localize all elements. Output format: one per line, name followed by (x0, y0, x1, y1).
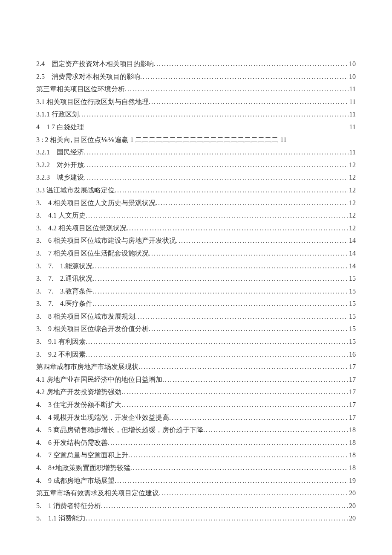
toc-entry-text: 3.2.1 国民经济 (36, 146, 84, 159)
toc-leader-dots (127, 222, 348, 235)
toc-entry: 2.4 固定资产投资对本相关项目的影响 10 (36, 58, 356, 70)
toc-leader-dots (162, 373, 348, 386)
toc-entry: 4.2 房地产开发投资增势强劲 17 (36, 386, 356, 398)
toc-leader-dots (92, 285, 348, 298)
toc-page-number: 17 (348, 386, 356, 398)
toc-entry-text: 3. 7. 1.能源状况 (36, 260, 92, 273)
toc-entry-text: 3.3 温江城市发展战略定位 (36, 184, 115, 197)
toc-entry: 3. 6 相关项目区位城市建设与房地产开发状况 14 (36, 234, 356, 247)
toc-entry: 5. 1.1 消费能力 20 (36, 512, 356, 525)
toc-entry: 3. 4 相关项目区位人文历史与景观状况 12 (36, 197, 356, 209)
toc-leader-dots (169, 411, 348, 424)
toc-entry: 3 : 2 相关向, 目区位点⅙⅙遍赢 1 二二二二二二二二二二二二二二二二二二… (36, 134, 356, 146)
toc-page-number: 12 (348, 184, 356, 197)
toc-entry-text: 3. 9 相关项目区位综合开发价值分析 (36, 323, 149, 335)
toc-entry: 4. 3 住宅开发份额不断扩大 17 (36, 398, 356, 411)
toc-page-number: 15 (348, 310, 356, 323)
toc-entry-text: 2.5 消费需求对本相关项目的影响 (36, 70, 140, 83)
toc-leader-dots (115, 474, 348, 487)
toc-entry: 3. 7. 2.通讯状况 15 (36, 272, 356, 285)
toc-entry-text: 4. 7 空置总量与空置面积上升 (36, 449, 128, 462)
toc-entry-text: 3.2.3 城乡建设 (36, 171, 84, 184)
toc-entry-text: 2.4 固定资产投资对本相关项目的影响 (36, 58, 154, 70)
toc-page-number: 12 (348, 209, 356, 222)
toc-page-number: 18 (348, 449, 356, 462)
toc-entry-text: 第四章成都市房地产市场发展现状 (36, 360, 138, 373)
toc-leader-dots (130, 462, 348, 474)
toc-entry-text: 3. 7. 4.医疗条件 (36, 297, 92, 310)
toc-entry: 第三章相关项目区位环境分析 11 (36, 83, 356, 96)
toc-page-number: 11 (349, 146, 356, 159)
toc-leader-dots (156, 197, 348, 209)
toc-page-number: 10 (348, 70, 356, 83)
toc-page-number: 15 (348, 297, 356, 310)
toc-page-number: 18 (348, 436, 356, 449)
toc-entry: 2.5 消费需求对本相关项目的影响 10 (36, 70, 356, 83)
toc-entry: 3. 8 相关项目区位城市发展规划 15 (36, 310, 356, 323)
toc-entry: 4 1 7 白袋处理11 (36, 121, 356, 134)
toc-entry: 5. 1 消费者特征分析 20 (36, 500, 356, 512)
toc-entry: 3.2.2 对外开放 12 (36, 159, 356, 171)
toc-page-number: 17 (348, 398, 356, 411)
toc-entry: 4. 5 商品房销售稳步增长，但增长趋缓，房价趋于下降 18 (36, 424, 356, 436)
toc-leader-dots (125, 83, 349, 96)
toc-leader-dots (149, 96, 349, 108)
toc-entry-text: 3. 9.2 不利因素 (36, 348, 86, 361)
toc-entry-text: 3. 7. 3.教育条件 (36, 285, 92, 298)
toc-entry: 3.2.3 城乡建设 12 (36, 171, 356, 184)
toc-entry: 3. 7. 1.能源状况 14 (36, 260, 356, 273)
toc-leader-dots (135, 310, 348, 323)
toc-leader-dots (128, 449, 348, 462)
toc-page-number: 15 (348, 272, 356, 285)
toc-entry: 3.2.1 国民经济 11 (36, 146, 356, 159)
toc-page-number: 11 (349, 83, 356, 96)
toc-page-number: 12 (348, 222, 356, 235)
toc-page-number: 14 (348, 247, 356, 260)
toc-page-number: 20 (348, 487, 356, 500)
toc-leader-dots (79, 108, 349, 121)
toc-page-number: 17 (348, 411, 356, 424)
toc-page-number: 15 (348, 335, 356, 348)
toc-entry: 3. 4.1 人文历史 12 (36, 209, 356, 222)
toc-leader-dots (108, 436, 348, 449)
toc-leader-dots (115, 184, 348, 197)
toc-entry-text: 第三章相关项目区位环境分析 (36, 83, 125, 96)
toc-page-number: 20 (348, 500, 356, 512)
toc-entry-text: 3.1 相关项目区位行政区划与自然地理 (36, 96, 149, 108)
toc-entry-text: 3. 4.2 相关项目区位景观状况 (36, 222, 127, 235)
toc-entry-text: 第五章市场有效需求及相关项目定位建议 (36, 487, 159, 500)
toc-page-number: 11 (349, 108, 356, 121)
toc-entry: 第四章成都市房地产市场发展现状 17 (36, 360, 356, 373)
toc-leader-dots (149, 247, 348, 260)
toc-entry: 4.1 房地产业在国民经济中的地位日益增加 17 (36, 373, 356, 386)
toc-entry-text: 4.1 房地产业在国民经济中的地位日益增加 (36, 373, 162, 386)
toc-leader-dots (86, 512, 348, 525)
toc-page-number: 17 (348, 360, 356, 373)
toc-page-number: 14 (348, 260, 356, 273)
toc-entry: 4. 6 开发结构仍需改善 18 (36, 436, 356, 449)
toc-leader-dots (92, 260, 348, 273)
toc-leader-dots (92, 272, 348, 285)
toc-entry-text: 4. 8±地政策购置面积增势较猛 (36, 462, 130, 474)
toc-leader-dots (86, 209, 348, 222)
toc-entry-text: 3.1.1 行政区划 (36, 108, 79, 121)
toc-entry: 3. 9.2 不利因素 16 (36, 348, 356, 361)
toc-page-number: 18 (348, 462, 356, 474)
toc-page-number: 20 (348, 512, 356, 525)
toc-page-number: 14 (348, 234, 356, 247)
toc-entry-text: 4 1 7 白袋处理 (36, 121, 84, 134)
toc-entry: 3. 9.1 有利因素 15 (36, 335, 356, 348)
toc-leader-dots (149, 323, 348, 335)
toc-entry: 3.1.1 行政区划 11 (36, 108, 356, 121)
toc-entry: 3. 9 相关项目区位综合开发价值分析 15 (36, 323, 356, 335)
toc-leader-dots (92, 297, 348, 310)
toc-page-number: 10 (348, 58, 356, 70)
toc-entry-text: 4.2 房地产开发投资增势强劲 (36, 386, 121, 398)
toc-entry: 4. 7 空置总量与空置面积上升 18 (36, 449, 356, 462)
toc-leader-dots (84, 146, 349, 159)
toc-entry-text: 3. 4 相关项目区位人文历史与景观状况 (36, 197, 156, 209)
toc-entry-text: 4. 5 商品房销售稳步增长，但增长趋缓，房价趋于下降 (36, 424, 203, 436)
toc-entry-text: 3. 9.1 有利因素 (36, 335, 86, 348)
toc-entry: 4. 4 规模开发出现端倪，开发企业效益提高 17 (36, 411, 356, 424)
toc-entry: 3. 7. 4.医疗条件 15 (36, 297, 356, 310)
